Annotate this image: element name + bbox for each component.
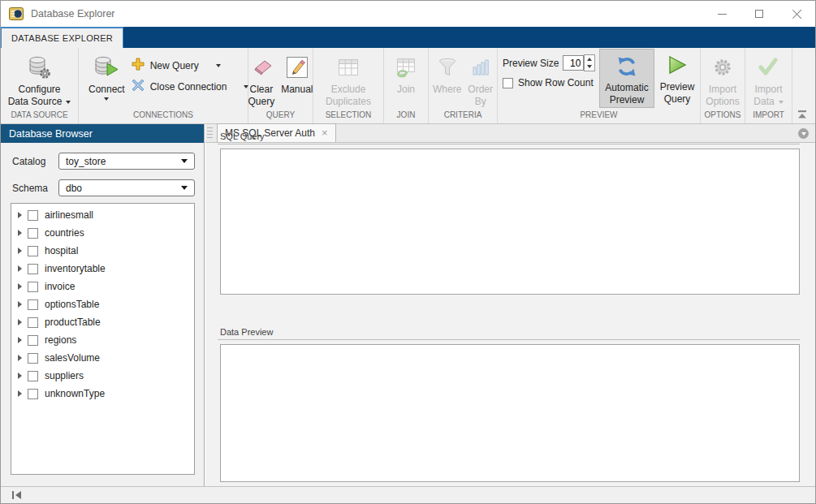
expand-icon[interactable] (18, 355, 22, 361)
table-checkbox[interactable] (28, 246, 38, 256)
table-label: hospital (45, 245, 78, 256)
preview-size-input[interactable] (563, 55, 584, 71)
automatic-preview-toggle[interactable]: Automatic Preview (599, 49, 654, 108)
preview-query-button[interactable]: Preview Query (654, 48, 700, 110)
table-checkbox[interactable] (28, 210, 38, 221)
table-checkbox[interactable] (28, 264, 38, 274)
tab-close-icon[interactable]: × (322, 129, 328, 137)
table-label: airlinesmall (45, 209, 93, 221)
table-checkbox[interactable] (28, 335, 38, 346)
document-tab-bar: MS SQL Server Auth × (205, 124, 815, 143)
schema-label: Schema (12, 183, 58, 194)
down-arrow-icon (587, 65, 592, 68)
tab-database-explorer[interactable]: DATABASE EXPLORER (1, 27, 123, 48)
tree-item-unknownType[interactable]: unknownType (11, 385, 194, 403)
connect-button[interactable]: Connect (85, 50, 128, 110)
table-checkbox[interactable] (28, 282, 38, 292)
divider (218, 339, 800, 340)
stepper-down-button[interactable] (585, 63, 594, 71)
drag-grip-icon[interactable] (207, 127, 213, 140)
table-checkbox[interactable] (28, 299, 38, 310)
table-checkbox[interactable] (28, 389, 38, 399)
expand-icon[interactable] (18, 390, 22, 397)
preview-query-line2: Query (664, 93, 691, 106)
table-checkbox[interactable] (28, 371, 38, 381)
section-connections: Connect New Query C (79, 48, 248, 123)
table-checkbox[interactable] (28, 228, 38, 239)
new-query-label: New Query (150, 60, 199, 71)
table-checkbox[interactable] (28, 353, 38, 364)
configure-label-line2: Data Source (8, 96, 63, 108)
stepper-up-button[interactable] (585, 55, 594, 63)
tree-item-inventorytable[interactable]: inventorytable (11, 260, 194, 278)
import-options-button: Import Options (702, 50, 742, 110)
order-by-line1: Order (468, 84, 493, 96)
show-row-count-checkbox[interactable] (503, 78, 513, 88)
title-bar: Database Explorer (1, 1, 815, 27)
expand-icon[interactable] (18, 283, 22, 290)
tree-item-salesVolume[interactable]: salesVolume (11, 349, 194, 367)
configure-data-source-button[interactable]: Configure Data Source (5, 50, 75, 110)
checkmark-icon (758, 51, 779, 84)
toolstrip: Configure Data Source DATA SOURCE (1, 48, 815, 124)
table-label: salesVolume (45, 352, 100, 364)
play-icon (667, 49, 688, 81)
tree-item-hospital[interactable]: hospital (11, 242, 194, 260)
clear-query-button[interactable]: Clear Query (244, 50, 278, 110)
data-preview-pane (220, 344, 800, 482)
sql-query-editor[interactable] (220, 149, 800, 295)
expand-icon[interactable] (18, 230, 22, 236)
expand-icon[interactable] (18, 248, 22, 254)
expand-icon[interactable] (18, 301, 22, 308)
maximize-icon (755, 10, 763, 18)
table-label: invoice (45, 281, 75, 292)
schema-value: dbo (66, 183, 181, 194)
preview-size-label: Preview Size (503, 58, 559, 69)
import-data-button: Import Data (750, 50, 786, 110)
plus-icon (132, 58, 145, 73)
chevron-down-icon (181, 159, 188, 163)
document-actions-button[interactable] (798, 128, 809, 139)
close-connection-button[interactable]: Close Connection (128, 77, 253, 96)
database-explorer-window: Database Explorer DATABASE EXPLORER (0, 0, 816, 504)
tree-item-suppliers[interactable]: suppliers (11, 367, 194, 385)
section-selection: Exclude Duplicates SELECTION (313, 48, 384, 123)
section-label-connections: CONNECTIONS (79, 110, 248, 123)
clear-query-line1: Clear (249, 84, 273, 96)
section-label-join: JOIN (384, 110, 428, 123)
expand-icon[interactable] (18, 319, 22, 325)
expand-icon[interactable] (18, 212, 22, 218)
status-bar (1, 486, 815, 503)
chevron-down-icon (181, 186, 188, 190)
manual-label: Manual (281, 84, 313, 96)
section-join: Join JOIN (384, 48, 429, 123)
expand-icon[interactable] (18, 337, 22, 343)
section-label-selection: SELECTION (313, 110, 383, 123)
catalog-dropdown[interactable]: toy_store (58, 153, 195, 170)
manual-button[interactable]: Manual (278, 50, 316, 110)
ribbon-tab-bar: DATABASE EXPLORER (1, 27, 815, 48)
tree-item-airlinesmall[interactable]: airlinesmall (11, 206, 194, 224)
tree-item-countries[interactable]: countries (11, 224, 194, 242)
automatic-preview-line1: Automatic (605, 82, 648, 94)
expand-icon[interactable] (18, 373, 22, 379)
maximize-button[interactable] (740, 1, 778, 27)
data-preview-label: Data Preview (220, 327, 273, 337)
schema-dropdown[interactable]: dbo (58, 179, 195, 196)
tree-item-invoice[interactable]: invoice (11, 278, 194, 295)
table-label: optionsTable (45, 299, 99, 310)
collapse-toolstrip-button[interactable] (795, 108, 810, 120)
up-arrow-icon (587, 58, 592, 61)
expand-icon[interactable] (18, 265, 22, 272)
new-query-button[interactable]: New Query (128, 56, 253, 75)
tree-item-regions[interactable]: regions (11, 331, 194, 349)
table-label: productTable (45, 317, 101, 328)
import-data-line1: Import (754, 84, 782, 96)
close-button[interactable] (778, 1, 815, 27)
minimize-button[interactable] (703, 1, 740, 27)
collapse-panel-button[interactable] (11, 490, 23, 500)
app-icon (9, 7, 24, 20)
tree-item-productTable[interactable]: productTable (11, 313, 194, 331)
tree-item-optionsTable[interactable]: optionsTable (11, 295, 194, 313)
table-checkbox[interactable] (28, 317, 38, 328)
